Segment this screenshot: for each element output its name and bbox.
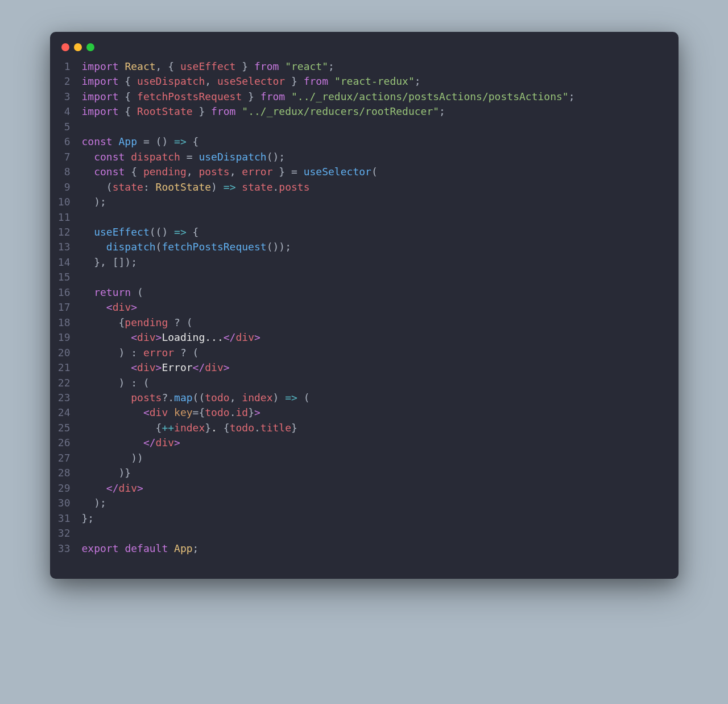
code-line: 6const App = () => { — [56, 134, 667, 149]
line-content: import { fetchPostsRequest } from "../_r… — [82, 89, 575, 104]
code-line: 27 )) — [56, 451, 667, 466]
line-number: 22 — [56, 376, 82, 390]
line-number: 9 — [56, 180, 82, 195]
line-content: <div>Error</div> — [82, 360, 230, 375]
code-line: 10 ); — [56, 195, 667, 209]
code-line: 13 dispatch(fetchPostsRequest()); — [56, 240, 667, 254]
line-number: 3 — [56, 89, 82, 104]
line-number: 32 — [56, 526, 82, 541]
code-line: 26 </div> — [56, 435, 667, 450]
line-content: export default App; — [82, 541, 199, 556]
line-number: 31 — [56, 511, 82, 526]
code-line: 19 <div>Loading...</div> — [56, 330, 667, 345]
code-line: 14 }, []); — [56, 255, 667, 270]
code-line: 25 {++index}. {todo.title} — [56, 421, 667, 435]
line-number: 4 — [56, 104, 82, 119]
line-number: 1 — [56, 59, 82, 74]
code-line: 21 <div>Error</div> — [56, 360, 667, 375]
code-editor[interactable]: 1import React, { useEffect } from "react… — [50, 53, 679, 562]
line-content: {++index}. {todo.title} — [82, 421, 297, 435]
line-number: 20 — [56, 345, 82, 360]
line-number: 24 — [56, 405, 82, 420]
line-number: 17 — [56, 300, 82, 315]
code-line: 15 — [56, 270, 667, 285]
line-number: 29 — [56, 481, 82, 496]
code-line: 8 const { pending, posts, error } = useS… — [56, 164, 667, 179]
line-number: 11 — [56, 210, 82, 225]
code-line: 2import { useDispatch, useSelector } fro… — [56, 74, 667, 89]
line-number: 12 — [56, 225, 82, 240]
code-line: 24 <div key={todo.id}> — [56, 405, 667, 420]
line-content: ) : error ? ( — [82, 345, 199, 360]
code-line: 23 posts?.map((todo, index) => ( — [56, 390, 667, 405]
line-content: <div key={todo.id}> — [82, 405, 260, 420]
close-icon[interactable] — [61, 43, 69, 51]
line-content: ); — [82, 195, 106, 209]
code-line: 5 — [56, 120, 667, 134]
line-number: 13 — [56, 240, 82, 254]
line-number: 16 — [56, 285, 82, 300]
code-line: 12 useEffect(() => { — [56, 225, 667, 240]
code-line: 9 (state: RootState) => state.posts — [56, 180, 667, 195]
code-line: 17 <div> — [56, 300, 667, 315]
line-content: posts?.map((todo, index) => ( — [82, 390, 310, 405]
code-line: 4import { RootState } from "../_redux/re… — [56, 104, 667, 119]
line-number: 25 — [56, 421, 82, 435]
line-number: 5 — [56, 120, 82, 134]
code-line: 20 ) : error ? ( — [56, 345, 667, 360]
line-content: </div> — [82, 481, 143, 496]
line-content: )} — [82, 466, 131, 480]
line-content: dispatch(fetchPostsRequest()); — [82, 240, 292, 254]
line-number: 26 — [56, 435, 82, 450]
line-content: <div>Loading...</div> — [82, 330, 260, 345]
code-line: 7 const dispatch = useDispatch(); — [56, 150, 667, 164]
line-content: )) — [82, 451, 143, 466]
line-content: import { RootState } from "../_redux/red… — [82, 104, 445, 119]
code-line: 33export default App; — [56, 541, 667, 556]
line-number: 10 — [56, 195, 82, 209]
line-number: 15 — [56, 270, 82, 285]
line-number: 30 — [56, 496, 82, 510]
line-number: 6 — [56, 134, 82, 149]
line-content: const App = () => { — [82, 134, 199, 149]
line-number: 7 — [56, 150, 82, 164]
line-number: 2 — [56, 74, 82, 89]
line-number: 28 — [56, 466, 82, 480]
code-line: 22 ) : ( — [56, 376, 667, 390]
line-number: 23 — [56, 390, 82, 405]
line-content: ) : ( — [82, 376, 150, 390]
maximize-icon[interactable] — [86, 43, 94, 51]
line-content: ); — [82, 496, 106, 510]
minimize-icon[interactable] — [74, 43, 82, 51]
code-line: 16 return ( — [56, 285, 667, 300]
code-line: 32 — [56, 526, 667, 541]
line-content: <div> — [82, 300, 138, 315]
code-line: 29 </div> — [56, 481, 667, 496]
line-content: import React, { useEffect } from "react"… — [82, 59, 334, 74]
code-line: 18 {pending ? ( — [56, 315, 667, 330]
line-content: useEffect(() => { — [82, 225, 199, 240]
line-content: </div> — [82, 435, 180, 450]
line-content: }; — [82, 511, 94, 526]
code-line: 3import { fetchPostsRequest } from "../_… — [56, 89, 667, 104]
line-content: const { pending, posts, error } = useSel… — [82, 164, 378, 179]
line-number: 18 — [56, 315, 82, 330]
window-titlebar — [50, 32, 679, 53]
code-line: 28 )} — [56, 466, 667, 480]
line-content: }, []); — [82, 255, 138, 270]
line-number: 27 — [56, 451, 82, 466]
code-line: 11 — [56, 210, 667, 225]
line-content: (state: RootState) => state.posts — [82, 180, 310, 195]
line-number: 19 — [56, 330, 82, 345]
line-number: 14 — [56, 255, 82, 270]
line-number: 21 — [56, 360, 82, 375]
line-number: 33 — [56, 541, 82, 556]
line-content: import { useDispatch, useSelector } from… — [82, 74, 421, 89]
line-content: return ( — [82, 285, 143, 300]
line-content: const dispatch = useDispatch(); — [82, 150, 286, 164]
line-number: 8 — [56, 164, 82, 179]
code-line: 31}; — [56, 511, 667, 526]
editor-window: 1import React, { useEffect } from "react… — [50, 32, 679, 579]
line-content: {pending ? ( — [82, 315, 193, 330]
code-line: 30 ); — [56, 496, 667, 510]
